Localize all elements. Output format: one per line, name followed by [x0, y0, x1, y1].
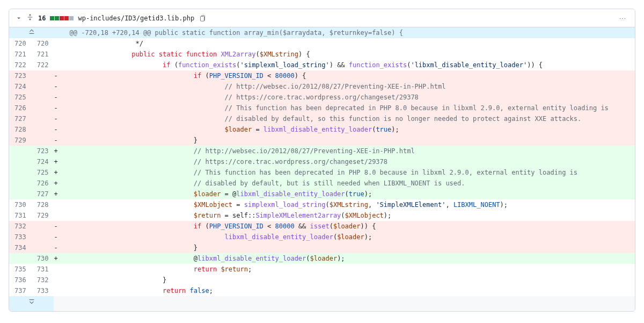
old-line-number[interactable]: 720 [9, 38, 32, 49]
code-content: // This function has been deprecated in … [58, 167, 635, 178]
old-line-number[interactable]: 728 [9, 124, 32, 135]
code-content: return $return; [58, 264, 635, 275]
file-path-link[interactable]: wp-includes/ID3/getid3.lib.php [78, 15, 194, 22]
line-marker [54, 60, 57, 70]
old-line-number[interactable] [9, 146, 32, 156]
hunk-header: @@ -720,18 +720,14 @@ public static func… [58, 27, 635, 38]
diff-line: 724- // http://websec.io/2012/08/27/Prev… [9, 81, 635, 92]
new-line-number[interactable] [32, 103, 54, 113]
new-line-number[interactable]: 729 [32, 210, 54, 221]
old-line-number[interactable]: 732 [9, 221, 32, 232]
new-line-number[interactable]: 733 [32, 285, 54, 296]
line-marker: - [54, 232, 57, 242]
new-line-number[interactable]: 723 [32, 146, 54, 156]
new-line-number[interactable]: 726 [32, 178, 54, 189]
diff-line: 726+ // disabled by default, but is stil… [9, 178, 635, 189]
collapse-toggle[interactable] [16, 15, 22, 21]
diff-file: 16 wp-includes/ID3/getid3.lib.php ··· @@… [9, 9, 635, 312]
expand-all-button[interactable] [26, 13, 34, 23]
code-content: $loader = libxml_disable_entity_loader(t… [58, 124, 635, 135]
code-content: $loader = @libxml_disable_entity_loader(… [58, 189, 635, 199]
new-line-number[interactable] [32, 232, 54, 242]
old-line-number[interactable] [9, 167, 32, 178]
new-line-number[interactable] [32, 124, 54, 135]
old-line-number[interactable]: 722 [9, 60, 32, 70]
expand-down-button[interactable] [9, 296, 54, 311]
code-content: } [58, 135, 635, 146]
new-line-number[interactable]: 725 [32, 167, 54, 178]
expand-down-row [9, 296, 635, 311]
line-marker: + [54, 253, 57, 264]
line-marker [54, 275, 57, 285]
code-content: // http://websec.io/2012/08/27/Preventin… [58, 146, 635, 156]
diff-line: 721721 public static function XML2array(… [9, 49, 635, 60]
diff-line: 724+ // https://core.trac.wordpress.org/… [9, 156, 635, 167]
copy-path-button[interactable] [199, 15, 206, 22]
diff-stat-squares [50, 16, 74, 20]
code-content: } [58, 242, 635, 253]
line-marker: + [54, 178, 57, 189]
new-line-number[interactable] [32, 242, 54, 253]
old-line-number[interactable]: 731 [9, 210, 32, 221]
old-line-number[interactable]: 724 [9, 81, 32, 92]
file-menu-button[interactable]: ··· [617, 15, 628, 22]
old-line-number[interactable] [9, 178, 32, 189]
new-line-number[interactable]: 721 [32, 49, 54, 60]
diff-line: 726- // This function has been deprecate… [9, 103, 635, 113]
diff-line: 720720 */ [9, 38, 635, 49]
diff-line: 737733 return false; [9, 285, 635, 296]
line-marker: - [54, 221, 57, 232]
old-line-number[interactable]: 727 [9, 113, 32, 124]
old-line-number[interactable]: 729 [9, 135, 32, 146]
code-content: if (function_exists('simplexml_load_stri… [58, 60, 635, 70]
old-line-number[interactable]: 721 [9, 49, 32, 60]
old-line-number[interactable]: 726 [9, 103, 32, 113]
code-content: // disabled by default, but is still nee… [58, 178, 635, 189]
new-line-number[interactable] [32, 221, 54, 232]
line-marker [54, 38, 57, 49]
code-content: */ [58, 38, 635, 49]
old-line-number[interactable]: 734 [9, 242, 32, 253]
old-line-number[interactable]: 725 [9, 92, 32, 103]
old-line-number[interactable]: 736 [9, 275, 32, 285]
diff-line: 727- // disabled by default, so this fun… [9, 113, 635, 124]
line-marker: - [54, 135, 57, 146]
old-line-number[interactable] [9, 156, 32, 167]
new-line-number[interactable]: 720 [32, 38, 54, 49]
code-content: $XMLobject = simplexml_load_string($XMLs… [58, 199, 635, 210]
expand-icon [26, 13, 34, 21]
code-content: // https://core.trac.wordpress.org/chang… [58, 156, 635, 167]
new-line-number[interactable]: 730 [32, 253, 54, 264]
chevron-down-icon [16, 15, 22, 21]
old-line-number[interactable]: 733 [9, 232, 32, 242]
diff-line: 733- libxml_disable_entity_loader($loade… [9, 232, 635, 242]
diff-line: 725+ // This function has been deprecate… [9, 167, 635, 178]
old-line-number[interactable] [9, 189, 32, 199]
line-marker [54, 285, 57, 296]
code-content: // disabled by default, so this function… [58, 113, 635, 124]
new-line-number[interactable] [32, 135, 54, 146]
old-line-number[interactable]: 737 [9, 285, 32, 296]
expand-up-button[interactable] [9, 27, 54, 38]
new-line-number[interactable] [32, 70, 54, 81]
new-line-number[interactable] [32, 92, 54, 103]
new-line-number[interactable] [32, 81, 54, 92]
new-line-number[interactable]: 722 [32, 60, 54, 70]
line-marker: - [54, 113, 57, 124]
new-line-number[interactable]: 727 [32, 189, 54, 199]
line-marker: - [54, 124, 57, 135]
new-line-number[interactable] [32, 113, 54, 124]
code-content: } [58, 275, 635, 285]
diff-line: 732- if (PHP_VERSION_ID < 80000 && isset… [9, 221, 635, 232]
code-content: $return = self::SimpleXMLelement2array($… [58, 210, 635, 221]
new-line-number[interactable]: 724 [32, 156, 54, 167]
old-line-number[interactable]: 723 [9, 70, 32, 81]
diff-line: 725- // https://core.trac.wordpress.org/… [9, 92, 635, 103]
old-line-number[interactable] [9, 253, 32, 264]
new-line-number[interactable]: 731 [32, 264, 54, 275]
diff-line: 730728 $XMLobject = simplexml_load_strin… [9, 199, 635, 210]
old-line-number[interactable]: 735 [9, 264, 32, 275]
old-line-number[interactable]: 730 [9, 199, 32, 210]
new-line-number[interactable]: 732 [32, 275, 54, 285]
new-line-number[interactable]: 728 [32, 199, 54, 210]
